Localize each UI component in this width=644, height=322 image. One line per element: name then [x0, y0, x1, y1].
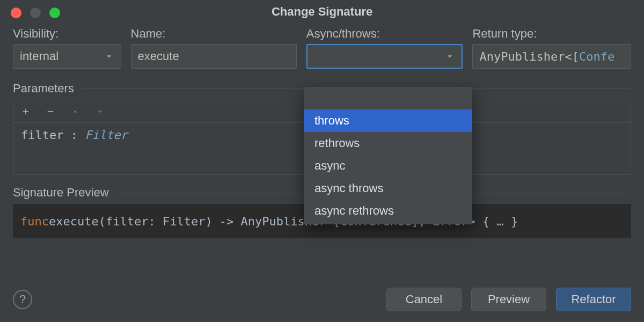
- cancel-button[interactable]: Cancel: [386, 288, 462, 311]
- async-throws-dropdown[interactable]: throws rethrows async async throws async…: [304, 87, 472, 224]
- visibility-select[interactable]: internal: [13, 44, 121, 69]
- signature-preview-title: Signature Preview: [13, 186, 109, 200]
- titlebar: Change Signature: [0, 0, 644, 24]
- dropdown-option-rethrows[interactable]: rethrows: [304, 132, 472, 155]
- async-throws-label: Async/throws:: [306, 27, 463, 41]
- chevron-down-icon: [444, 51, 455, 62]
- refactor-button[interactable]: Refactor: [556, 288, 631, 311]
- name-label: Name:: [131, 27, 297, 41]
- visibility-label: Visibility:: [13, 27, 121, 41]
- return-type-input[interactable]: AnyPublisher<[Confe: [472, 44, 631, 69]
- move-down-button[interactable]: [95, 107, 105, 116]
- return-type-value: AnyPublisher<[Confe: [479, 50, 614, 63]
- name-value: execute: [138, 49, 179, 63]
- close-window-button[interactable]: [11, 8, 21, 18]
- help-button[interactable]: ?: [13, 290, 32, 309]
- dropdown-option-async[interactable]: async: [304, 155, 472, 177]
- dropdown-option-blank[interactable]: [304, 89, 472, 109]
- remove-parameter-button[interactable]: [46, 107, 55, 116]
- dialog-footer: ? Cancel Preview Refactor: [13, 288, 631, 311]
- keyword: func: [20, 215, 49, 228]
- add-parameter-button[interactable]: [21, 107, 31, 116]
- chevron-down-icon: [104, 51, 114, 62]
- dropdown-option-async-throws[interactable]: async throws: [304, 177, 472, 200]
- return-type-label: Return type:: [472, 27, 631, 41]
- minimize-window-button[interactable]: [30, 8, 41, 18]
- move-up-button[interactable]: [70, 107, 80, 116]
- parameters-title: Parameters: [13, 82, 74, 96]
- name-input[interactable]: execute: [131, 44, 297, 69]
- visibility-value: internal: [20, 49, 58, 63]
- async-throws-select[interactable]: [306, 44, 463, 69]
- preview-button[interactable]: Preview: [471, 288, 546, 311]
- dropdown-option-async-rethrows[interactable]: async rethrows: [304, 200, 472, 222]
- window-controls: [11, 8, 60, 18]
- dropdown-option-throws[interactable]: throws: [304, 109, 472, 132]
- dialog-title: Change Signature: [272, 5, 372, 19]
- zoom-window-button[interactable]: [49, 8, 60, 18]
- parameter-type: Filter: [85, 128, 127, 142]
- parameter-name: filter: [21, 128, 71, 142]
- signature-fields-row: Visibility: internal Name: execute Async…: [13, 27, 631, 69]
